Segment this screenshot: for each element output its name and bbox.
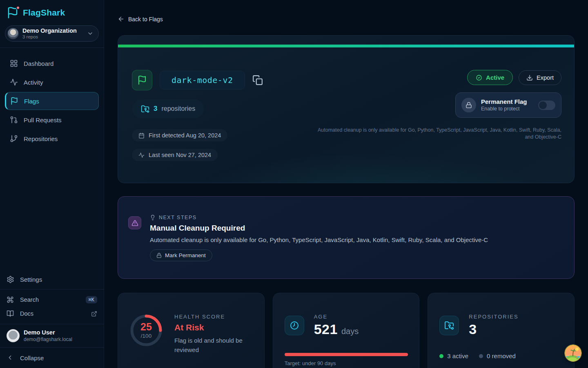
- removed-dot: [479, 354, 483, 358]
- app-logo[interactable]: FlagShark: [0, 0, 104, 24]
- mark-permanent-button[interactable]: Mark Permanent: [150, 249, 212, 261]
- health-score-card: 25 /100 HEALTH SCORE At Risk Flag is old…: [118, 293, 265, 368]
- sidebar-item-label: Pull Requests: [24, 117, 62, 123]
- age-unit: days: [341, 327, 359, 336]
- arrow-left-icon: [118, 16, 125, 22]
- avatar: [7, 329, 20, 342]
- chevron-down-icon: [87, 30, 94, 37]
- repositories-label: REPOSITORIES: [469, 314, 518, 320]
- sidebar-item-dashboard[interactable]: Dashboard: [5, 54, 99, 72]
- age-card: AGE 521 days Target: under 90 days: [273, 293, 420, 368]
- active-dot: [439, 354, 443, 358]
- status-badge[interactable]: Active: [467, 70, 513, 85]
- status-label: Active: [486, 74, 504, 81]
- next-steps-title: Manual Cleanup Required: [150, 224, 245, 233]
- docs-label: Docs: [20, 310, 33, 317]
- next-steps-description: Automated cleanup is only available for …: [150, 236, 488, 243]
- sidebar-item-label: Activity: [24, 79, 43, 86]
- health-score-label: HEALTH SCORE: [174, 314, 246, 320]
- lock-icon: [461, 98, 476, 112]
- island-widget-button[interactable]: [565, 345, 581, 361]
- docs-link[interactable]: Docs: [0, 307, 104, 321]
- notification-dot: [16, 6, 20, 10]
- age-target: Target: under 90 days: [285, 360, 408, 366]
- search-label: Search: [20, 296, 39, 303]
- lock-icon: [156, 253, 162, 258]
- sidebar-item-label: Repositories: [24, 135, 58, 142]
- flagshark-logo-icon: [7, 7, 19, 19]
- search-shortcut-badge: ⌘K: [86, 296, 97, 303]
- download-icon: [526, 74, 533, 81]
- sidebar-item-flags[interactable]: Flags: [5, 92, 99, 110]
- sidebar-item-pull-requests[interactable]: Pull Requests: [5, 111, 99, 129]
- repositories-value: 3: [469, 321, 477, 337]
- copy-icon[interactable]: [252, 75, 263, 85]
- repos-removed-stat: 0 removed: [479, 352, 516, 359]
- sidebar-item-label: Dashboard: [24, 60, 53, 67]
- alert-triangle-icon: [128, 216, 141, 229]
- flag-name: dark-mode-v2: [160, 71, 245, 90]
- mark-permanent-label: Mark Permanent: [165, 252, 206, 258]
- main-nav: Dashboard Activity Flags Pull Requests R…: [0, 48, 104, 154]
- repos-active-label: 3 active: [447, 352, 468, 359]
- lightbulb-icon: [150, 215, 156, 220]
- external-link-icon: [91, 311, 97, 317]
- clock-icon: [285, 316, 304, 335]
- cleanup-availability-note: Automated cleanup is only available for …: [309, 127, 561, 140]
- dashboard-grid-icon: [10, 59, 18, 67]
- sidebar-item-label: Flags: [24, 98, 39, 105]
- org-selector[interactable]: Demo Organization 3 repos: [5, 25, 99, 42]
- stats-row: 25 /100 HEALTH SCORE At Risk Flag is old…: [118, 293, 575, 368]
- app-title: FlagShark: [23, 8, 65, 18]
- health-score-gauge: 25 /100: [129, 314, 163, 347]
- back-label: Back to Flags: [128, 16, 163, 22]
- git-branch-icon: [10, 135, 18, 143]
- age-value: 521: [314, 321, 338, 337]
- age-label: AGE: [314, 314, 359, 320]
- export-label: Export: [537, 74, 554, 81]
- health-score-value: 25: [140, 322, 152, 332]
- permanent-flag-toggle[interactable]: [538, 101, 555, 110]
- health-score-total: /100: [141, 333, 151, 339]
- toggle-knob: [539, 101, 547, 109]
- health-status: At Risk: [174, 323, 246, 332]
- settings-label: Settings: [20, 276, 42, 283]
- chevron-left-icon: [7, 354, 14, 362]
- next-steps-label: NEXT STEPS: [159, 215, 197, 220]
- age-progress-bar: [285, 353, 408, 356]
- org-name: Demo Organization: [22, 27, 83, 34]
- permanent-flag-panel: Permanent Flag Enable to protect: [455, 92, 561, 118]
- first-detected-badge: First detected Aug 20, 2024: [132, 129, 227, 141]
- collapse-sidebar-button[interactable]: Collapse: [0, 348, 104, 368]
- check-circle-icon: [476, 74, 482, 81]
- repositories-pill[interactable]: 3 repositories: [132, 99, 204, 118]
- calendar-icon: [138, 132, 145, 139]
- next-steps-card: NEXT STEPS Manual Cleanup Required Autom…: [118, 196, 575, 279]
- book-icon: [7, 310, 14, 318]
- sidebar-item-activity[interactable]: Activity: [5, 73, 99, 91]
- gear-icon: [7, 276, 14, 283]
- user-profile[interactable]: Demo User demo@flagshark.local: [0, 324, 104, 347]
- activity-pulse-icon: [10, 78, 18, 86]
- user-email: demo@flagshark.local: [24, 337, 72, 342]
- sidebar: FlagShark Demo Organization 3 repos Dash…: [0, 0, 104, 368]
- git-pull-request-icon: [10, 116, 18, 124]
- folder-git-icon: [141, 105, 149, 113]
- back-to-flags-link[interactable]: Back to Flags: [118, 16, 163, 22]
- flag-icon: [132, 70, 152, 90]
- org-meta: 3 repos: [22, 34, 83, 40]
- search-button[interactable]: Search ⌘K: [0, 293, 104, 307]
- last-seen-badge: Last seen Nov 27, 2024: [132, 149, 218, 161]
- health-description: Flag is old and should be reviewed: [174, 336, 246, 355]
- flag-detail-card: dark-mode-v2 3 repositories: [118, 35, 575, 183]
- last-seen-text: Last seen Nov 27, 2024: [149, 152, 211, 158]
- user-name: Demo User: [24, 329, 72, 336]
- permanent-flag-subtitle: Enable to protect: [481, 106, 533, 112]
- repo-count: 3: [154, 105, 157, 113]
- main-content: Back to Flags dark-mode-v2: [104, 0, 588, 368]
- folder-git-icon: [439, 316, 459, 335]
- org-avatar: [7, 28, 19, 39]
- export-button[interactable]: Export: [519, 70, 561, 85]
- sidebar-item-settings[interactable]: Settings: [0, 269, 104, 289]
- sidebar-item-repositories[interactable]: Repositories: [5, 130, 99, 148]
